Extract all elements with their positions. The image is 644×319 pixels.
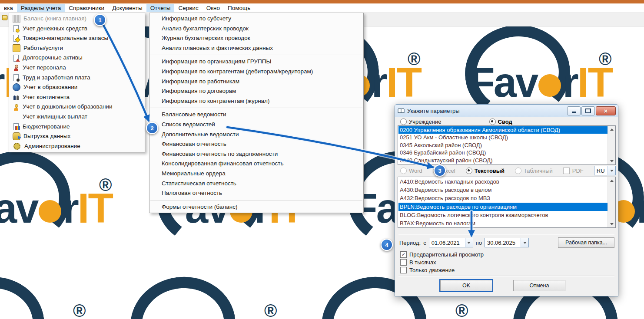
- menubar-item[interactable]: Помощь: [224, 4, 254, 12]
- cancel-button[interactable]: Отмена: [513, 280, 565, 291]
- report-row[interactable]: BPLN:Ведомость расходов по организациям: [398, 203, 607, 211]
- menu-item-label: Учет денежных средств: [23, 24, 87, 34]
- ok-button[interactable]: OK: [440, 280, 492, 291]
- registered-mark: ®: [408, 49, 420, 69]
- checkbox-icon: [563, 168, 570, 174]
- menubar-item[interactable]: Отчеты: [146, 4, 175, 12]
- sections-menu-item[interactable]: Баланс (книга главная): [9, 14, 145, 24]
- language-combobox[interactable]: RU: [594, 166, 616, 175]
- organization-row[interactable]: 0200 Управления образования Акмолинской …: [398, 126, 607, 134]
- checkbox-label: PDF: [572, 168, 584, 174]
- scroll-down-button[interactable]: [608, 158, 615, 164]
- sections-menu-item[interactable]: Выгрузка данных: [9, 132, 145, 141]
- sections-menu-item[interactable]: Администрирование: [9, 141, 145, 151]
- report-row[interactable]: A430:Ведомость расходов в целом: [398, 186, 607, 194]
- organization-row[interactable]: 0251 УО Акм - Областные школы (СВОД): [398, 134, 607, 141]
- reports-menu-item[interactable]: Налоговая отчетность: [149, 188, 363, 198]
- options-checkbox-group: Предварительный просмотр В тысячах Тольк…: [400, 250, 484, 274]
- close-button[interactable]: [596, 106, 616, 115]
- reports-menu-item[interactable]: Финансовая отчетность по задолженности: [149, 149, 363, 159]
- format-radio-option[interactable]: Табличный: [515, 168, 553, 174]
- scope-radio-option[interactable]: Свод: [489, 118, 512, 125]
- option-checkbox[interactable]: Предварительный просмотр: [400, 250, 484, 258]
- sections-menu-item[interactable]: Учет контингента: [9, 92, 145, 102]
- scroll-down-button[interactable]: [608, 220, 615, 227]
- reports-menu-item[interactable]: Список ведомостей: [149, 120, 363, 130]
- reports-menu-item[interactable]: Журнал бухгалтерских проводок: [149, 33, 363, 43]
- reports-menu-item[interactable]: Балансовые ведомости: [149, 110, 363, 120]
- pdf-checkbox[interactable]: PDF: [563, 168, 584, 174]
- reports-menu-item[interactable]: Информация по контрагентам (дебиторам/кр…: [149, 67, 363, 77]
- brand-mid: r: [63, 185, 77, 231]
- triangle-down-icon: [610, 223, 614, 225]
- reports-menu-item[interactable]: Мемориальные ордера: [149, 169, 363, 179]
- report-row[interactable]: A432:Ведомость расходов по МВЗ: [398, 194, 607, 202]
- reports-menu-item[interactable]: Дополнительные ведомости: [149, 130, 363, 140]
- reports-menu-item[interactable]: Анализ бухгалтерских проводок: [149, 24, 363, 34]
- sections-menu-item[interactable]: Долгосрочные активы: [9, 53, 145, 63]
- period-to-combobox[interactable]: 30.06.2025: [485, 238, 529, 247]
- divider: [398, 234, 614, 234]
- brand-suffix: IT: [434, 311, 468, 319]
- menu-item-icon: [13, 94, 20, 101]
- reports-menu-item[interactable]: Информация по организациям ГРУППЫ: [149, 57, 363, 67]
- sections-menu-item[interactable]: Товарно-материальные запасы: [9, 33, 145, 43]
- dropdown-button[interactable]: [607, 166, 615, 175]
- sections-menu-item[interactable]: Учет денежных средств: [9, 24, 145, 34]
- report-row[interactable]: A410:Ведомость накладных расходов: [398, 178, 607, 186]
- report-row-text: A410:Ведомость накладных расходов: [400, 178, 499, 185]
- scope-radio-group: Учреждение Свод: [400, 118, 512, 125]
- reports-menu-item[interactable]: Финансовая отчетность: [149, 139, 363, 149]
- checkbox-label: Только движение: [409, 267, 455, 273]
- reports-menu-item[interactable]: Информация по договорам: [149, 86, 363, 96]
- organization-row[interactable]: 0346 Бурабайский район (СВОД): [398, 149, 607, 156]
- dialog-titlebar[interactable]: Укажите параметры: [395, 105, 618, 117]
- menubar-item-label: Помощь: [228, 5, 250, 11]
- scrollbar[interactable]: [607, 177, 615, 227]
- dropdown-button[interactable]: [465, 238, 473, 247]
- period-from-combobox[interactable]: 01.06.2021: [429, 238, 473, 247]
- work-folder-button[interactable]: Рабочая папка...: [558, 237, 614, 248]
- option-checkbox[interactable]: Только движение: [400, 266, 484, 274]
- scroll-up-button[interactable]: [608, 177, 615, 184]
- sections-menu-item[interactable]: Бюджетирование: [9, 122, 145, 132]
- sections-menu-item[interactable]: Учет жилищных выплат: [9, 112, 145, 122]
- menubar-item[interactable]: Окно: [202, 4, 224, 12]
- organization-row[interactable]: 0345 Аккольский район (СВОД): [398, 141, 607, 149]
- format-radio-option[interactable]: Текстовый: [466, 168, 505, 174]
- menubar-item[interactable]: Справочники: [65, 4, 108, 12]
- reports-menu-item[interactable]: Информация по субсчету: [149, 14, 363, 24]
- scope-radio-option[interactable]: Учреждение: [400, 118, 442, 125]
- menubar-item[interactable]: Сервис: [174, 4, 202, 12]
- menubar-item[interactable]: Разделы учета: [17, 4, 65, 12]
- reports-menu-item[interactable]: Формы отчетности (баланс): [149, 202, 363, 212]
- reports-menu-item[interactable]: Информация по контрагентам (журнал): [149, 96, 363, 106]
- sections-menu-item[interactable]: Учет в дошкольном образовании: [9, 102, 145, 112]
- radio-icon: [515, 168, 521, 174]
- reports-menu-item[interactable]: Анализ плановых и фактических данных: [149, 43, 363, 53]
- menubar-item[interactable]: Документы: [108, 4, 146, 12]
- scrollbar[interactable]: [607, 126, 615, 164]
- reports-menu-item[interactable]: Статистическая отчетность: [149, 179, 363, 189]
- menu-item-label: Информация по работникам: [162, 77, 239, 87]
- reports-menu-item[interactable]: Информация по работникам: [149, 77, 363, 87]
- toolbar-catalog-icon[interactable]: [1, 14, 8, 23]
- sections-menu-item[interactable]: Учет в образовании: [9, 82, 145, 92]
- scroll-up-button[interactable]: [608, 126, 615, 133]
- option-checkbox[interactable]: В тысячах: [400, 258, 484, 266]
- report-row[interactable]: BLOG:Ведомость логического контроля взаи…: [398, 211, 607, 219]
- report-row[interactable]: BTAX:Ведомость по налогам: [398, 219, 607, 227]
- organization-row[interactable]: 0349 Сандыктауский район (СВОД): [398, 157, 607, 164]
- menu-item-label: Дополнительные ведомости: [162, 130, 239, 140]
- maximize-button[interactable]: [581, 106, 595, 115]
- sections-menu-item[interactable]: Работы/услуги: [9, 43, 145, 53]
- format-radio-option[interactable]: Word: [400, 168, 422, 174]
- report-rows: A410:Ведомость накладных расходов A430:В…: [398, 178, 607, 227]
- reports-menu-item[interactable]: Консолидированная финансовая отчетность: [149, 159, 363, 169]
- period-row: Период: с 01.06.2021 по 30.06.2025 Рабоч…: [399, 237, 614, 248]
- sections-menu-item[interactable]: Учет персонала: [9, 63, 145, 73]
- dropdown-button[interactable]: [521, 238, 528, 247]
- menubar-item[interactable]: вка: [0, 4, 17, 12]
- minimize-button[interactable]: [567, 106, 581, 115]
- sections-menu-item[interactable]: Труд и заработная плата: [9, 73, 145, 83]
